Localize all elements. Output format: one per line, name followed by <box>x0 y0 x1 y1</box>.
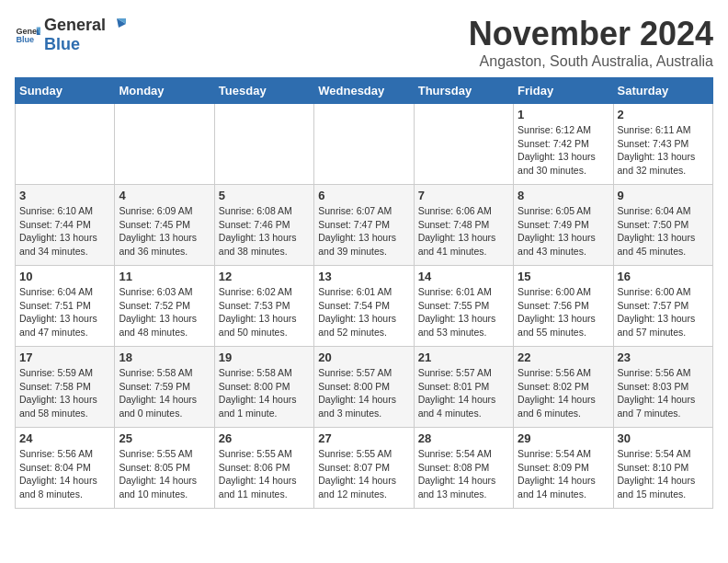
calendar-cell: 27Sunrise: 5:55 AM Sunset: 8:07 PM Dayli… <box>314 428 414 509</box>
header-day-sunday: Sunday <box>16 78 115 104</box>
calendar-cell: 12Sunrise: 6:02 AM Sunset: 7:53 PM Dayli… <box>214 266 313 347</box>
day-info: Sunrise: 6:04 AM Sunset: 7:51 PM Dayligh… <box>19 285 110 339</box>
day-number: 24 <box>19 431 110 445</box>
day-info: Sunrise: 6:07 AM Sunset: 7:47 PM Dayligh… <box>318 204 409 259</box>
calendar-cell: 25Sunrise: 5:55 AM Sunset: 8:05 PM Dayli… <box>115 428 214 509</box>
calendar-cell: 4Sunrise: 6:09 AM Sunset: 7:45 PM Daylig… <box>115 185 214 266</box>
calendar-table: SundayMondayTuesdayWednesdayThursdayFrid… <box>15 77 713 509</box>
day-number: 12 <box>219 270 310 283</box>
calendar-cell: 14Sunrise: 6:01 AM Sunset: 7:55 PM Dayli… <box>414 266 513 347</box>
calendar-cell: 10Sunrise: 6:04 AM Sunset: 7:51 PM Dayli… <box>16 266 115 347</box>
calendar-header-row: SundayMondayTuesdayWednesdayThursdayFrid… <box>16 78 713 104</box>
calendar-cell: 8Sunrise: 6:05 AM Sunset: 7:49 PM Daylig… <box>514 185 613 266</box>
logo-general-text: General <box>44 16 106 35</box>
day-number: 3 <box>19 189 110 202</box>
day-info: Sunrise: 6:10 AM Sunset: 7:44 PM Dayligh… <box>19 204 110 259</box>
calendar-cell: 16Sunrise: 6:00 AM Sunset: 7:57 PM Dayli… <box>613 266 712 347</box>
calendar-cell: 30Sunrise: 5:54 AM Sunset: 8:10 PM Dayli… <box>613 428 712 509</box>
calendar-cell: 7Sunrise: 6:06 AM Sunset: 7:48 PM Daylig… <box>414 185 513 266</box>
calendar-cell: 23Sunrise: 5:56 AM Sunset: 8:03 PM Dayli… <box>613 347 712 428</box>
calendar-cell: 2Sunrise: 6:11 AM Sunset: 7:43 PM Daylig… <box>613 104 712 185</box>
calendar-cell: 28Sunrise: 5:54 AM Sunset: 8:08 PM Dayli… <box>414 428 513 509</box>
day-info: Sunrise: 6:06 AM Sunset: 7:48 PM Dayligh… <box>418 204 509 259</box>
header-day-wednesday: Wednesday <box>314 78 414 104</box>
day-number: 8 <box>518 189 609 202</box>
logo-icon: General Blue <box>15 22 40 48</box>
day-number: 27 <box>318 431 409 445</box>
calendar-cell: 1Sunrise: 6:12 AM Sunset: 7:42 PM Daylig… <box>514 104 613 185</box>
day-info: Sunrise: 5:56 AM Sunset: 8:04 PM Dayligh… <box>19 447 110 501</box>
day-number: 6 <box>318 189 409 202</box>
calendar-cell: 21Sunrise: 5:57 AM Sunset: 8:01 PM Dayli… <box>414 347 513 428</box>
calendar-cell: 20Sunrise: 5:57 AM Sunset: 8:00 PM Dayli… <box>314 347 414 428</box>
header-day-thursday: Thursday <box>414 78 513 104</box>
calendar-cell: 18Sunrise: 5:58 AM Sunset: 7:59 PM Dayli… <box>115 347 214 428</box>
day-number: 21 <box>418 350 509 364</box>
day-info: Sunrise: 6:05 AM Sunset: 7:49 PM Dayligh… <box>518 204 609 259</box>
day-number: 9 <box>618 189 709 202</box>
day-number: 16 <box>618 270 709 283</box>
day-number: 4 <box>119 189 210 202</box>
day-info: Sunrise: 6:12 AM Sunset: 7:42 PM Dayligh… <box>518 123 609 178</box>
location-title: Angaston, South Australia, Australia <box>469 53 713 70</box>
day-number: 18 <box>119 350 210 364</box>
calendar-cell <box>214 104 313 185</box>
header-day-saturday: Saturday <box>613 78 712 104</box>
title-area: November 2024 Angaston, South Australia,… <box>469 15 713 70</box>
day-number: 19 <box>219 350 310 364</box>
month-title: November 2024 <box>469 15 713 53</box>
day-number: 2 <box>618 108 709 121</box>
day-info: Sunrise: 5:58 AM Sunset: 8:00 PM Dayligh… <box>219 366 310 420</box>
logo-bird-icon <box>106 15 126 35</box>
day-info: Sunrise: 6:00 AM Sunset: 7:56 PM Dayligh… <box>518 285 609 339</box>
calendar-cell: 5Sunrise: 6:08 AM Sunset: 7:46 PM Daylig… <box>214 185 313 266</box>
week-row-1: 3Sunrise: 6:10 AM Sunset: 7:44 PM Daylig… <box>16 185 713 266</box>
header: General Blue General Blue November 2024 … <box>15 15 713 70</box>
day-info: Sunrise: 6:02 AM Sunset: 7:53 PM Dayligh… <box>219 285 310 339</box>
day-info: Sunrise: 6:08 AM Sunset: 7:46 PM Dayligh… <box>219 204 310 259</box>
calendar-cell: 22Sunrise: 5:56 AM Sunset: 8:02 PM Dayli… <box>514 347 613 428</box>
week-row-3: 17Sunrise: 5:59 AM Sunset: 7:58 PM Dayli… <box>16 347 713 428</box>
day-number: 15 <box>518 270 609 283</box>
day-info: Sunrise: 6:11 AM Sunset: 7:43 PM Dayligh… <box>618 123 709 178</box>
day-info: Sunrise: 6:04 AM Sunset: 7:50 PM Dayligh… <box>618 204 709 259</box>
calendar-cell: 26Sunrise: 5:55 AM Sunset: 8:06 PM Dayli… <box>214 428 313 509</box>
logo-blue-text: Blue <box>44 35 80 53</box>
day-number: 14 <box>418 270 509 283</box>
header-day-tuesday: Tuesday <box>214 78 313 104</box>
calendar-cell: 19Sunrise: 5:58 AM Sunset: 8:00 PM Dayli… <box>214 347 313 428</box>
day-number: 26 <box>219 431 310 445</box>
day-number: 17 <box>19 350 110 364</box>
day-number: 13 <box>318 270 409 283</box>
day-info: Sunrise: 5:58 AM Sunset: 7:59 PM Dayligh… <box>119 366 210 420</box>
header-day-friday: Friday <box>514 78 613 104</box>
day-number: 25 <box>119 431 210 445</box>
day-number: 10 <box>19 270 110 283</box>
day-info: Sunrise: 5:57 AM Sunset: 8:00 PM Dayligh… <box>318 366 409 420</box>
calendar-cell <box>314 104 414 185</box>
day-number: 11 <box>119 270 210 283</box>
calendar-cell <box>414 104 513 185</box>
day-number: 23 <box>618 350 709 364</box>
week-row-4: 24Sunrise: 5:56 AM Sunset: 8:04 PM Dayli… <box>16 428 713 509</box>
calendar-body: 1Sunrise: 6:12 AM Sunset: 7:42 PM Daylig… <box>16 104 713 509</box>
logo: General Blue General Blue <box>15 15 126 54</box>
calendar-cell: 6Sunrise: 6:07 AM Sunset: 7:47 PM Daylig… <box>314 185 414 266</box>
day-info: Sunrise: 6:01 AM Sunset: 7:54 PM Dayligh… <box>318 285 409 339</box>
day-number: 28 <box>418 431 509 445</box>
day-info: Sunrise: 5:56 AM Sunset: 8:03 PM Dayligh… <box>618 366 709 420</box>
day-info: Sunrise: 5:56 AM Sunset: 8:02 PM Dayligh… <box>518 366 609 420</box>
day-info: Sunrise: 5:55 AM Sunset: 8:06 PM Dayligh… <box>219 447 310 501</box>
day-info: Sunrise: 6:01 AM Sunset: 7:55 PM Dayligh… <box>418 285 509 339</box>
week-row-2: 10Sunrise: 6:04 AM Sunset: 7:51 PM Dayli… <box>16 266 713 347</box>
calendar-cell: 11Sunrise: 6:03 AM Sunset: 7:52 PM Dayli… <box>115 266 214 347</box>
calendar-cell <box>16 104 115 185</box>
calendar-cell <box>115 104 214 185</box>
day-number: 7 <box>418 189 509 202</box>
day-info: Sunrise: 6:03 AM Sunset: 7:52 PM Dayligh… <box>119 285 210 339</box>
day-number: 5 <box>219 189 310 202</box>
day-info: Sunrise: 5:54 AM Sunset: 8:10 PM Dayligh… <box>618 447 709 501</box>
day-number: 29 <box>518 431 609 445</box>
day-number: 22 <box>518 350 609 364</box>
calendar-cell: 15Sunrise: 6:00 AM Sunset: 7:56 PM Dayli… <box>514 266 613 347</box>
